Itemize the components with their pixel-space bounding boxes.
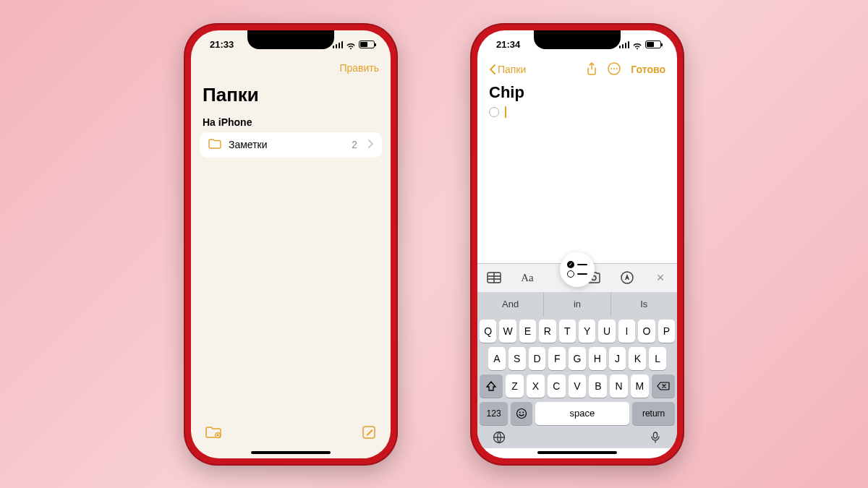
- back-label: Папки: [498, 64, 526, 75]
- svg-point-11: [522, 411, 524, 413]
- key-x[interactable]: X: [527, 374, 545, 398]
- check-filled-icon: ✓: [567, 261, 574, 268]
- key-q[interactable]: Q: [480, 320, 496, 343]
- svg-point-4: [613, 68, 615, 69]
- predictive-word[interactable]: Is: [611, 292, 677, 317]
- key-o[interactable]: O: [638, 320, 655, 343]
- screen-folders: 21:33 Править Папки На iPhone Заметки 2: [191, 30, 391, 458]
- wifi-icon: [632, 41, 642, 48]
- note-body[interactable]: [477, 119, 677, 263]
- text-format-tool[interactable]: Aa: [515, 267, 540, 288]
- markup-tool[interactable]: [615, 267, 639, 288]
- compose-button[interactable]: [362, 425, 376, 442]
- nav-bar: Править: [191, 59, 391, 80]
- key-i[interactable]: I: [618, 320, 635, 343]
- close-toolbar-button[interactable]: ×: [648, 267, 673, 288]
- key-g[interactable]: G: [569, 347, 586, 370]
- key-l[interactable]: L: [649, 347, 666, 370]
- checkbox-empty-icon[interactable]: [489, 107, 499, 117]
- key-a[interactable]: A: [488, 347, 506, 370]
- key-m[interactable]: M: [631, 374, 649, 398]
- done-button[interactable]: Готово: [631, 64, 665, 75]
- svg-point-9: [516, 408, 526, 418]
- predictive-word[interactable]: in: [544, 292, 610, 317]
- dictation-button[interactable]: [649, 431, 662, 447]
- key-return[interactable]: return: [632, 402, 675, 425]
- predictive-bar: And in Is: [477, 292, 677, 317]
- screen-note: 21:34 Папки Готово: [477, 30, 677, 458]
- battery-icon: [359, 40, 375, 48]
- keyboard-row-2: A S D F G H J K L: [480, 347, 675, 370]
- page-title: Папки: [191, 80, 391, 114]
- edit-button[interactable]: Править: [339, 62, 379, 74]
- key-emoji[interactable]: [511, 402, 532, 425]
- key-k[interactable]: K: [629, 347, 646, 370]
- key-t[interactable]: T: [559, 320, 576, 343]
- key-space[interactable]: space: [535, 402, 630, 425]
- key-n[interactable]: N: [610, 374, 628, 398]
- status-right: [333, 40, 375, 48]
- home-indicator[interactable]: [537, 451, 617, 454]
- key-shift[interactable]: [480, 374, 503, 398]
- keyboard-bottom: [480, 429, 675, 447]
- key-s[interactable]: S: [509, 347, 526, 370]
- share-button[interactable]: [586, 62, 597, 77]
- key-c[interactable]: C: [548, 374, 566, 398]
- folder-name: Заметки: [229, 139, 268, 150]
- battery-icon: [645, 40, 661, 48]
- key-v[interactable]: V: [569, 374, 587, 398]
- notch: [534, 30, 621, 49]
- keyboard: Q W E R T Y U I O P A S D F G H J K L: [477, 317, 677, 448]
- globe-button[interactable]: [493, 431, 506, 447]
- key-y[interactable]: Y: [579, 320, 595, 343]
- key-numbers[interactable]: 123: [480, 402, 508, 425]
- status-time: 21:34: [496, 39, 520, 50]
- status-right: [619, 40, 662, 48]
- key-e[interactable]: E: [519, 320, 536, 343]
- key-p[interactable]: P: [658, 320, 675, 343]
- phone-right: 21:34 Папки Готово: [470, 23, 684, 466]
- folder-row-notes[interactable]: Заметки 2: [200, 132, 382, 158]
- key-h[interactable]: H: [589, 347, 606, 370]
- key-r[interactable]: R: [539, 320, 556, 343]
- svg-rect-13: [654, 432, 658, 438]
- keyboard-row-4: 123 space return: [480, 402, 675, 425]
- nav-bar: Папки Готово: [477, 59, 677, 83]
- key-f[interactable]: F: [548, 347, 566, 370]
- svg-point-3: [611, 68, 613, 69]
- table-tool[interactable]: [482, 267, 506, 288]
- key-j[interactable]: J: [609, 347, 626, 370]
- chevron-right-icon: [367, 139, 373, 150]
- key-u[interactable]: U: [598, 320, 615, 343]
- key-d[interactable]: D: [529, 347, 546, 370]
- folder-count: 2: [352, 139, 357, 150]
- status-time: 21:33: [210, 39, 234, 50]
- cellular-icon: [333, 41, 344, 48]
- predictive-word[interactable]: And: [477, 292, 544, 317]
- bottom-toolbar: [191, 418, 391, 448]
- svg-point-5: [616, 68, 618, 69]
- section-header: На iPhone: [191, 114, 391, 132]
- key-w[interactable]: W: [499, 320, 516, 343]
- checklist-item[interactable]: [477, 105, 677, 119]
- text-cursor: [505, 106, 506, 118]
- notch: [247, 30, 334, 49]
- phone-left: 21:33 Править Папки На iPhone Заметки 2: [184, 23, 398, 466]
- wifi-icon: [346, 41, 356, 48]
- more-button[interactable]: [608, 62, 621, 77]
- note-title[interactable]: Chip: [477, 83, 677, 105]
- svg-point-10: [519, 411, 521, 413]
- keyboard-row-1: Q W E R T Y U I O P: [480, 320, 675, 343]
- new-folder-button[interactable]: [205, 426, 221, 442]
- checklist-popup[interactable]: ✓: [560, 252, 595, 287]
- cellular-icon: [619, 41, 630, 48]
- home-indicator[interactable]: [251, 451, 331, 454]
- key-b[interactable]: B: [589, 374, 607, 398]
- check-empty-icon: [567, 270, 574, 278]
- key-z[interactable]: Z: [506, 374, 524, 398]
- folder-icon: [208, 139, 221, 151]
- key-backspace[interactable]: [652, 374, 675, 398]
- format-toolbar: Aa × ✓: [477, 263, 677, 292]
- keyboard-row-3: Z X C V B N M: [480, 374, 675, 398]
- back-button[interactable]: Папки: [489, 64, 526, 75]
